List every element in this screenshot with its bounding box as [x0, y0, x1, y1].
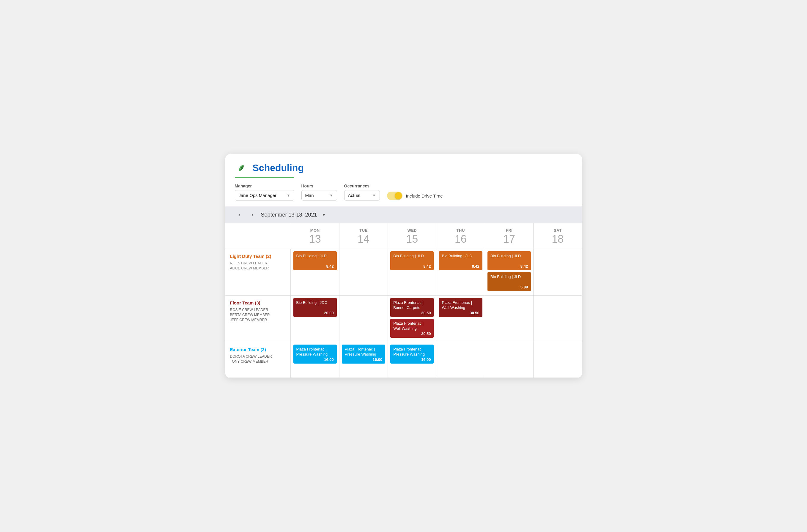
- toggle-thumb: [395, 192, 402, 199]
- event-card[interactable]: Bio Building | JLD 8.42: [488, 251, 531, 270]
- header-top: Scheduling: [235, 161, 572, 174]
- event-hours: 30.50: [470, 311, 479, 315]
- occurrances-label: Occurrances: [344, 184, 380, 188]
- day-header-mon: MON 13: [291, 223, 339, 249]
- logo-icon: [235, 161, 248, 174]
- event-card[interactable]: Bio Building | JDC 20.00: [293, 298, 337, 317]
- event-card[interactable]: Plaza Frontenac | Pressure Washing 16.00: [293, 345, 337, 364]
- drive-time-toggle[interactable]: [387, 192, 402, 200]
- manager-select[interactable]: Jane Ops Manager ▼: [235, 190, 294, 201]
- day-name: SAT: [536, 228, 579, 233]
- event-title: Bio Building | JLD: [442, 254, 479, 259]
- day-header-sat: SAT 18: [533, 223, 582, 249]
- team-cell-1-2: Plaza Frontenac | Bonnet Carpets 30.50 P…: [388, 296, 436, 342]
- event-hours: 8.42: [520, 264, 528, 268]
- team-cell-2-1: Plaza Frontenac | Pressure Washing 16.00: [339, 342, 388, 378]
- day-number: 13: [293, 233, 337, 245]
- day-number: 14: [342, 233, 385, 245]
- occurrances-select[interactable]: Actual ▼: [344, 190, 380, 201]
- team-cell-2-4: [485, 342, 533, 378]
- day-number: 17: [488, 233, 531, 245]
- day-name: THU: [439, 228, 482, 233]
- team-cell-1-5: [533, 296, 582, 342]
- team-cell-0-1: [339, 249, 388, 296]
- team-cell-1-1: [339, 296, 388, 342]
- hours-filter-group: Hours Man ▼: [301, 184, 337, 201]
- event-card[interactable]: Plaza Frontenac | Bonnet Carpets 30.50: [390, 298, 434, 317]
- drive-time-label: Include Drive Time: [406, 193, 443, 198]
- date-nav: ‹ › September 13-18, 2021 ▼: [225, 206, 582, 223]
- day-header-thu: THU 16: [436, 223, 484, 249]
- day-name: WED: [390, 228, 434, 233]
- event-hours: 8.42: [326, 264, 334, 268]
- event-card[interactable]: Plaza Frontenac | Pressure Washing 16.00: [390, 345, 434, 364]
- team-member: NILES CREW LEADER: [230, 261, 286, 265]
- day-number: 15: [390, 233, 434, 245]
- team-cell-2-5: [533, 342, 582, 378]
- event-hours: 16.00: [421, 357, 431, 362]
- event-card[interactable]: Bio Building | JLD 8.42: [439, 251, 482, 270]
- manager-value: Jane Ops Manager: [239, 193, 277, 198]
- app-container: Scheduling Manager Jane Ops Manager ▼ Ho…: [225, 154, 582, 378]
- team-name: Exterior Team (2): [230, 347, 286, 352]
- hours-value: Man: [305, 193, 314, 198]
- day-number: 18: [536, 233, 579, 245]
- team-cell-0-2: Bio Building | JLD 8.42: [388, 249, 436, 296]
- team-member: DOROTA CREW LEADER: [230, 354, 286, 359]
- team-cell-1-3: Plaza Frontenac | Wall Washing 30.50: [436, 296, 484, 342]
- team-member: JEFF CREW MEMBER: [230, 318, 286, 322]
- team-member: TONY CREW MEMBER: [230, 359, 286, 364]
- event-title: Bio Building | JLD: [491, 254, 528, 259]
- event-card[interactable]: Plaza Frontenac | Wall Washing 30.50: [439, 298, 482, 317]
- header: Scheduling: [225, 154, 582, 178]
- team-cell-2-2: Plaza Frontenac | Pressure Washing 16.00: [388, 342, 436, 378]
- event-card[interactable]: Plaza Frontenac | Pressure Washing 16.00: [342, 345, 385, 364]
- filters-row: Manager Jane Ops Manager ▼ Hours Man ▼ O…: [225, 184, 582, 206]
- date-dropdown-button[interactable]: ▼: [322, 212, 326, 217]
- team-label-1: Floor Team (3) ROSIE CREW LEADERBERTA CR…: [225, 296, 291, 342]
- event-title: Plaza Frontenac | Wall Washing: [442, 300, 479, 310]
- hours-select[interactable]: Man ▼: [301, 190, 337, 201]
- day-name: MON: [293, 228, 337, 233]
- prev-week-button[interactable]: ‹: [235, 210, 244, 220]
- calendar-grid: MON 13 TUE 14 WED 15 THU 16 FRI 17 SAT 1…: [225, 223, 582, 378]
- title-underline: [235, 177, 294, 178]
- event-title: Bio Building | JLD: [296, 254, 334, 259]
- manager-chevron-icon: ▼: [287, 193, 290, 197]
- team-cell-2-0: Plaza Frontenac | Pressure Washing 16.00: [291, 342, 339, 378]
- event-title: Bio Building | JDC: [296, 300, 334, 305]
- day-header-wed: WED 15: [388, 223, 436, 249]
- team-cell-2-3: [436, 342, 484, 378]
- event-card[interactable]: Bio Building | JLD 5.89: [488, 272, 531, 291]
- team-cell-0-3: Bio Building | JLD 8.42: [436, 249, 484, 296]
- event-title: Plaza Frontenac | Pressure Washing: [345, 347, 382, 357]
- team-cell-1-0: Bio Building | JDC 20.00: [291, 296, 339, 342]
- day-header-fri: FRI 17: [485, 223, 533, 249]
- event-hours: 16.00: [324, 357, 334, 362]
- event-hours: 8.42: [423, 264, 431, 268]
- team-name: Light Duty Team (2): [230, 254, 286, 259]
- occurrances-filter-group: Occurrances Actual ▼: [344, 184, 380, 201]
- event-title: Plaza Frontenac | Pressure Washing: [296, 347, 334, 357]
- day-name: TUE: [342, 228, 385, 233]
- event-card[interactable]: Bio Building | JLD 8.42: [293, 251, 337, 270]
- event-hours: 5.89: [520, 285, 528, 289]
- hours-label: Hours: [301, 184, 337, 188]
- team-member: ALICE CREW MEMBER: [230, 266, 286, 270]
- date-range: September 13-18, 2021: [261, 212, 317, 218]
- event-title: Plaza Frontenac | Bonnet Carpets: [393, 300, 431, 310]
- event-hours: 16.00: [373, 357, 383, 362]
- event-card[interactable]: Bio Building | JLD 8.42: [390, 251, 434, 270]
- team-label-0: Light Duty Team (2) NILES CREW LEADERALI…: [225, 249, 291, 296]
- day-number: 16: [439, 233, 482, 245]
- drive-time-toggle-group: Include Drive Time: [387, 192, 443, 201]
- team-name: Floor Team (3): [230, 300, 286, 305]
- team-cell-0-0: Bio Building | JLD 8.42: [291, 249, 339, 296]
- event-hours: 30.50: [421, 311, 431, 315]
- event-card[interactable]: Plaza Frontenac | Wall Washing 30.50: [390, 319, 434, 338]
- team-cell-0-5: [533, 249, 582, 296]
- event-title: Plaza Frontenac | Pressure Washing: [393, 347, 431, 357]
- day-name: FRI: [488, 228, 531, 233]
- next-week-button[interactable]: ›: [248, 210, 257, 220]
- occurrances-chevron-icon: ▼: [372, 193, 376, 197]
